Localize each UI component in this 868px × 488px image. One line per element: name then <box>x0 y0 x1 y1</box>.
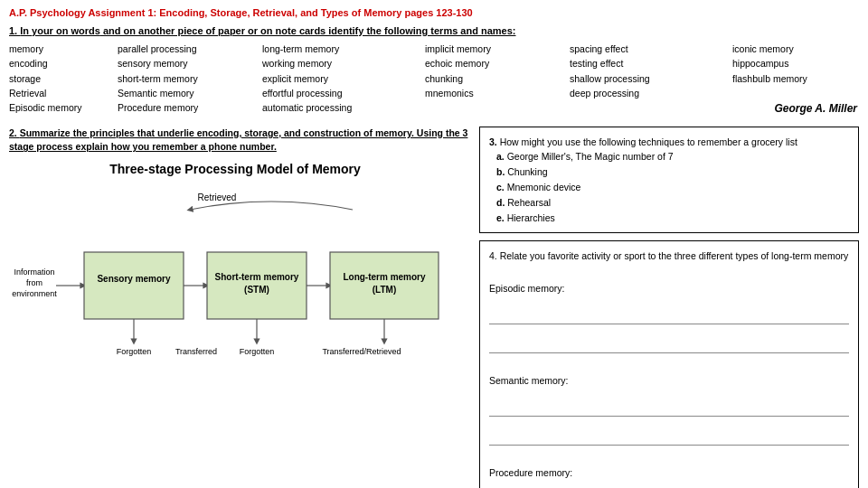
page-title: A.P. Psychology Assignment 1: Encoding, … <box>9 7 859 18</box>
term-effortful-processing: effortful processing <box>262 86 418 100</box>
info-label: Information <box>14 267 54 277</box>
term-explicit-memory: explicit memory <box>262 71 418 86</box>
term-procedure-memory: Procedure memory <box>118 100 255 115</box>
term-hippocampus: hippocampus <box>732 56 861 70</box>
q3-number: 3. <box>489 136 497 147</box>
term-semantic-memory: Semantic memory <box>118 86 255 100</box>
section1-header: 1. In your on words and on another piece… <box>9 25 859 36</box>
terms-col-5: spacing effect testing effect shallow pr… <box>570 42 732 117</box>
q3-item-c: c. Mnemonic device <box>496 180 849 195</box>
q3-header: 3. How might you use the following techn… <box>489 135 849 150</box>
svg-text:(LTM): (LTM) <box>373 285 396 295</box>
main-content: 2. Summarize the principles that underli… <box>9 127 859 488</box>
section2-post: the principles that underlie encoding, s… <box>9 127 467 153</box>
question3-box: 3. How might you use the following techn… <box>479 127 859 234</box>
diagram-container: Three-stage Processing Model of Memory R… <box>9 162 461 397</box>
q4-text: Relate you favorite activity or sport to… <box>500 250 849 261</box>
terms-col-4: implicit memory echoic memory chunking m… <box>425 42 570 117</box>
q3-list: a. George Miller's, The Magic number of … <box>489 149 849 225</box>
term-empty-4 <box>425 100 562 115</box>
left-panel: 2. Summarize the principles that underli… <box>9 127 470 488</box>
q4-number: 4. <box>489 250 497 261</box>
term-testing-effect: testing effect <box>570 56 725 70</box>
terms-col-2: parallel processing sensory memory short… <box>118 42 262 117</box>
sensory-memory-label: Sensory memory <box>97 274 171 284</box>
term-mnemonics: mnemonics <box>425 86 562 100</box>
q4-procedure-label: Procedure memory: <box>489 465 849 482</box>
svg-text:environment: environment <box>12 289 57 298</box>
q3-text: How might you use the following techniqu… <box>500 136 797 147</box>
term-shallow-processing: shallow processing <box>570 71 725 86</box>
diagram-title: Three-stage Processing Model of Memory <box>9 162 461 176</box>
term-storage: storage <box>9 71 110 86</box>
q3-item-a: a. George Miller's, The Magic number of … <box>496 149 849 164</box>
term-memory: memory <box>9 42 110 56</box>
term-implicit-memory: implicit memory <box>425 42 562 56</box>
q3-letter-e: e. <box>496 212 505 223</box>
term-episodic-memory: Episodic memory <box>9 100 110 115</box>
section1-underline: In your on words <box>20 25 100 36</box>
q4-semantic-answer2[interactable] <box>489 420 849 446</box>
section2-underline: Summarize <box>20 127 71 138</box>
term-long-term-memory: long-term memory <box>262 42 418 56</box>
right-panel: 3. How might you use the following techn… <box>479 127 859 488</box>
term-short-term-memory: short-term memory <box>118 71 255 86</box>
q3-letter-c: c. <box>496 182 505 192</box>
q4-episodic-answer[interactable] <box>489 299 849 324</box>
section2-num: 2. <box>9 127 20 138</box>
term-flashbulb-memory: flashbulb memory <box>732 71 861 86</box>
term-iconic-memory: iconic memory <box>732 42 861 56</box>
transferred-label: Transferred <box>175 347 217 356</box>
forgotten2-label: Forgotten <box>240 347 275 356</box>
term-deep-processing: deep processing <box>570 86 725 100</box>
stm-label: Short-term memory <box>215 272 299 282</box>
q4-episodic-label: Episodic memory: <box>489 281 849 297</box>
section1-num: 1. <box>9 25 20 36</box>
transferred-retrieved-label: Transferred/Retrieved <box>322 347 401 356</box>
term-working-memory: working memory <box>262 56 418 70</box>
q3-letter-b: b. <box>496 166 505 177</box>
q3-letter-d: d. <box>496 197 505 208</box>
term-automatic-processing: automatic processing <box>262 100 418 115</box>
svg-text:(STM): (STM) <box>244 285 269 295</box>
term-retrieval: Retrieval <box>9 86 110 100</box>
term-empty-6a <box>732 86 861 100</box>
terms-col-1: memory encoding storage Retrieval Episod… <box>9 42 118 117</box>
section2-text: 2. Summarize the principles that underli… <box>9 127 470 155</box>
terms-col-3: long-term memory working memory explicit… <box>262 42 425 117</box>
memory-model-diagram: Retrieved Information from environment S… <box>9 180 461 397</box>
q4-header: 4. Relate you favorite activity or sport… <box>489 249 849 265</box>
q3-letter-a: a. <box>496 151 505 162</box>
term-parallel-processing: parallel processing <box>118 42 255 56</box>
term-sensory-memory: sensory memory <box>118 56 255 70</box>
terms-grid: memory encoding storage Retrieval Episod… <box>9 42 859 117</box>
terms-col-6: iconic memory hippocampus flashbulb memo… <box>732 42 868 117</box>
term-empty-5 <box>570 100 725 115</box>
term-chunking: chunking <box>425 71 562 86</box>
q3-item-e: e. Hierarchies <box>496 211 849 226</box>
section1-post: and on another piece of paper or on note… <box>100 25 516 36</box>
q4-semantic-answer[interactable] <box>489 391 849 417</box>
svg-rect-3 <box>84 252 184 319</box>
q4-procedure-answer[interactable] <box>489 483 849 488</box>
question4-box: 4. Relate you favorite activity or sport… <box>479 240 859 488</box>
ltm-label: Long-term memory <box>343 272 426 282</box>
retrieved-label: Retrieved <box>198 192 237 202</box>
term-spacing-effect: spacing effect <box>570 42 725 56</box>
q3-item-b: b. Chunking <box>496 164 849 180</box>
svg-text:from: from <box>26 278 42 287</box>
q4-semantic-label: Semantic memory: <box>489 373 849 389</box>
q3-item-d: d. Rehearsal <box>496 195 849 211</box>
term-encoding: encoding <box>9 56 110 70</box>
term-echoic-memory: echoic memory <box>425 56 562 70</box>
forgotten1-label: Forgotten <box>117 347 152 356</box>
george-miller-label: George A. Miller <box>732 100 861 117</box>
q4-episodic-answer2[interactable] <box>489 328 849 353</box>
